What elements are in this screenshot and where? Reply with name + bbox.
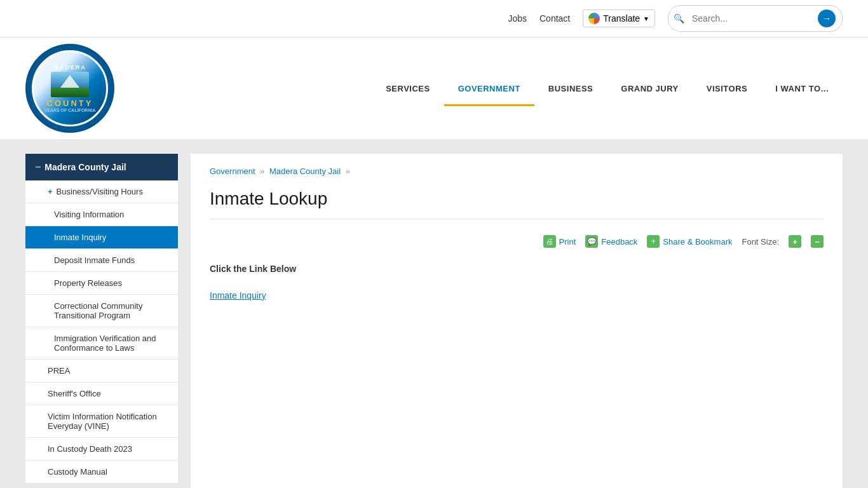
- toolbar: 🖨 Print 💬 Feedback + Share & Bookmark Fo…: [210, 235, 824, 248]
- nav-services[interactable]: SERVICES: [372, 71, 444, 106]
- breadcrumb: Government » Madera County Jail »: [210, 166, 824, 176]
- contact-link[interactable]: Contact: [539, 13, 570, 24]
- logo-subtitle: YEARS OF CALIFORNIA: [44, 108, 96, 112]
- breadcrumb-madera-county-jail[interactable]: Madera County Jail: [269, 166, 341, 176]
- logo-text-top: MADERA: [53, 64, 86, 71]
- click-link-label: Click the Link Below: [210, 264, 824, 274]
- sidebar-item-label: Inmate Inquiry: [54, 233, 106, 242]
- feedback-icon: 💬: [585, 235, 598, 248]
- logo-text-county: COUNTY: [47, 98, 93, 108]
- sidebar-item-inmate-inquiry[interactable]: Inmate Inquiry: [25, 226, 178, 249]
- header: MADERA COUNTY YEARS OF CALIFORNIA SERVIC…: [0, 37, 868, 141]
- main-nav: SERVICES GOVERNMENT BUSINESS GRAND JURY …: [372, 71, 843, 106]
- sidebar-item-label: Business/Visiting Hours: [57, 187, 143, 196]
- nav-business[interactable]: BUSINESS: [534, 71, 607, 106]
- print-button[interactable]: 🖨 Print: [543, 235, 576, 248]
- top-bar: Jobs Contact Translate ▼ 🔍 →: [0, 0, 868, 37]
- sidebar-item-label: Correctional Community Transitional Prog…: [54, 301, 168, 320]
- site-logo[interactable]: MADERA COUNTY YEARS OF CALIFORNIA: [25, 44, 114, 133]
- sidebar-title: Madera County Jail: [44, 162, 126, 172]
- sidebar-item-label: Property Releases: [54, 278, 122, 288]
- feedback-label: Feedback: [601, 237, 637, 247]
- sidebar-item-sheriffs-office[interactable]: Sheriff's Office: [25, 383, 178, 405]
- translate-button[interactable]: Translate ▼: [583, 10, 655, 27]
- breadcrumb-sep-2: »: [346, 166, 350, 176]
- share-bookmark-button[interactable]: + Share & Bookmark: [647, 235, 732, 248]
- sidebar-item-label: In Custody Death 2023: [48, 444, 132, 454]
- search-submit-button[interactable]: →: [811, 6, 842, 31]
- sidebar-header[interactable]: − Madera County Jail: [25, 154, 178, 180]
- content-area: Government » Madera County Jail » Inmate…: [191, 154, 843, 488]
- jobs-link[interactable]: Jobs: [508, 13, 527, 24]
- expand-icon: +: [48, 187, 53, 196]
- sidebar-item-vine[interactable]: Victim Information Notification Everyday…: [25, 405, 178, 438]
- search-icon: 🔍: [668, 13, 684, 24]
- search-bar: 🔍 →: [668, 5, 843, 32]
- font-size-label: Font Size:: [742, 237, 779, 247]
- print-label: Print: [559, 237, 576, 247]
- search-arrow-icon: →: [818, 10, 836, 27]
- logo-image: MADERA COUNTY YEARS OF CALIFORNIA: [32, 50, 108, 126]
- inmate-inquiry-link[interactable]: Inmate Inquiry: [210, 290, 266, 301]
- sidebar-item-visiting-information[interactable]: Visiting Information: [25, 203, 178, 226]
- nav-government[interactable]: GOVERNMENT: [444, 71, 534, 106]
- breadcrumb-sep-1: »: [260, 166, 264, 176]
- sidebar-item-correctional-community[interactable]: Correctional Community Transitional Prog…: [25, 295, 178, 327]
- sidebar-item-deposit-inmate-funds[interactable]: Deposit Inmate Funds: [25, 249, 178, 272]
- translate-label: Translate: [603, 13, 640, 24]
- sidebar: − Madera County Jail + Business/Visiting…: [25, 154, 178, 488]
- nav-grand-jury[interactable]: GRAND JURY: [607, 71, 692, 106]
- share-label: Share & Bookmark: [663, 237, 732, 247]
- font-decrease-button[interactable]: −: [811, 235, 824, 248]
- main-wrapper: − Madera County Jail + Business/Visiting…: [0, 141, 868, 488]
- font-increase-button[interactable]: +: [789, 235, 801, 248]
- page-title: Inmate Lookup: [210, 189, 824, 219]
- sidebar-item-label: Deposit Inmate Funds: [54, 255, 135, 265]
- sidebar-item-prea[interactable]: PREA: [25, 360, 178, 383]
- search-input[interactable]: [684, 10, 811, 27]
- print-icon: 🖨: [543, 235, 556, 248]
- collapse-icon: −: [35, 161, 41, 173]
- share-icon: +: [647, 235, 660, 248]
- nav-visitors[interactable]: VISITORS: [693, 71, 761, 106]
- sidebar-item-business-visiting-hours[interactable]: + Business/Visiting Hours: [25, 180, 178, 203]
- sidebar-item-in-custody-death[interactable]: In Custody Death 2023: [25, 438, 178, 461]
- sidebar-item-immigration-verification[interactable]: Immigration Verification and Conformance…: [25, 327, 178, 360]
- sidebar-item-label: PREA: [48, 366, 70, 376]
- sidebar-item-property-releases[interactable]: Property Releases: [25, 272, 178, 295]
- nav-i-want-to[interactable]: I WANT TO...: [761, 71, 843, 106]
- chevron-down-icon: ▼: [643, 15, 649, 22]
- feedback-button[interactable]: 💬 Feedback: [585, 235, 637, 248]
- sidebar-item-label: Visiting Information: [54, 210, 124, 219]
- sidebar-item-label: Immigration Verification and Conformance…: [54, 334, 168, 353]
- google-translate-icon: [588, 13, 600, 24]
- top-bar-links: Jobs Contact Translate ▼ 🔍 →: [508, 5, 843, 32]
- sidebar-item-label: Sheriff's Office: [48, 389, 101, 398]
- sidebar-item-custody-manual[interactable]: Custody Manual: [25, 461, 178, 484]
- sidebar-item-label: Victim Information Notification Everyday…: [48, 412, 168, 431]
- logo-area: MADERA COUNTY YEARS OF CALIFORNIA: [25, 37, 114, 139]
- breadcrumb-government[interactable]: Government: [210, 166, 255, 176]
- sidebar-item-label: Custody Manual: [48, 467, 107, 477]
